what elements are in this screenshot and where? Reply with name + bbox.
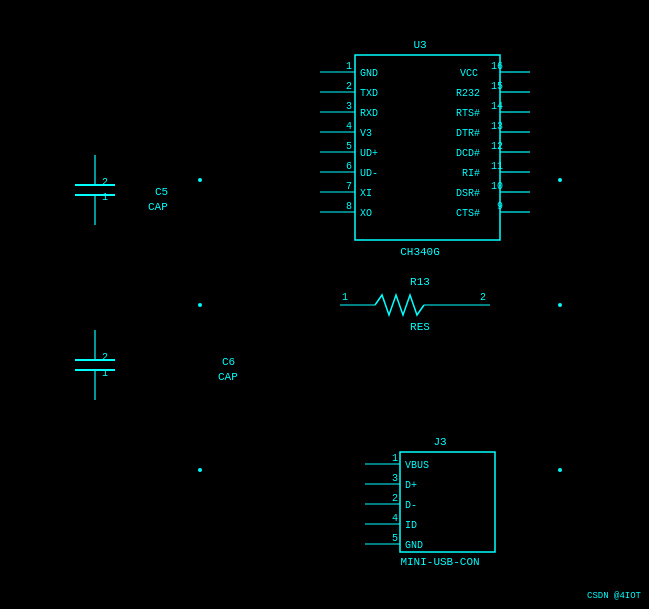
j3-pin4-label: ID bbox=[405, 520, 417, 531]
j3-pin3-num: 3 bbox=[392, 473, 398, 484]
junction-6 bbox=[558, 468, 562, 472]
u3-pin15-label: R232 bbox=[456, 88, 480, 99]
c6-label: C6 bbox=[222, 356, 235, 368]
u3-pin15-num: 15 bbox=[491, 81, 503, 92]
u3-pin6-num: 6 bbox=[346, 161, 352, 172]
u3-pin7-label: XI bbox=[360, 188, 372, 199]
c6-pin1-num: 1 bbox=[102, 368, 108, 379]
c5-label: C5 bbox=[155, 186, 168, 198]
u3-pin12-label: DCD# bbox=[456, 148, 480, 159]
svg-rect-0 bbox=[0, 0, 649, 609]
u3-pin6-label: UD- bbox=[360, 168, 378, 179]
j3-pin2-label: D- bbox=[405, 500, 417, 511]
r13-pin2-num: 2 bbox=[480, 292, 486, 303]
c5-subtype: CAP bbox=[148, 201, 168, 213]
u3-pin3-label: RXD bbox=[360, 108, 378, 119]
junction-5 bbox=[198, 468, 202, 472]
u3-pin13-label: DTR# bbox=[456, 128, 480, 139]
watermark: CSDN @4IOT bbox=[587, 591, 641, 601]
u3-pin11-label: RI# bbox=[462, 168, 480, 179]
u3-pin5-label: UD+ bbox=[360, 148, 378, 159]
r13-pin1-num: 1 bbox=[342, 292, 348, 303]
u3-label: U3 bbox=[413, 39, 426, 51]
u3-pin12-num: 12 bbox=[491, 141, 503, 152]
j3-subtype: MINI-USB-CON bbox=[400, 556, 479, 568]
c6-pin2-num: 2 bbox=[102, 352, 108, 363]
u3-pin16-num: 16 bbox=[491, 61, 503, 72]
u3-pin5-num: 5 bbox=[346, 141, 352, 152]
c6-subtype: CAP bbox=[218, 371, 238, 383]
u3-pin4-label: V3 bbox=[360, 128, 372, 139]
j3-pin1-label: VBUS bbox=[405, 460, 429, 471]
j3-pin2-num: 2 bbox=[392, 493, 398, 504]
j3-pin1-num: 1 bbox=[392, 453, 398, 464]
junction-3 bbox=[558, 178, 562, 182]
u3-pin1-num: 1 bbox=[346, 61, 352, 72]
u3-pin7-num: 7 bbox=[346, 181, 352, 192]
r13-label: R13 bbox=[410, 276, 430, 288]
u3-pin8-num: 8 bbox=[346, 201, 352, 212]
j3-pin3-label: D+ bbox=[405, 480, 417, 491]
junction-4 bbox=[558, 303, 562, 307]
u3-pin9-num: 9 bbox=[497, 201, 503, 212]
u3-pin2-label: TXD bbox=[360, 88, 378, 99]
u3-pin3-num: 3 bbox=[346, 101, 352, 112]
schematic-canvas: U3 CH340G 1 GND 2 TXD 3 RXD 4 V3 5 UD+ 6… bbox=[0, 0, 649, 609]
j3-pin5-num: 5 bbox=[392, 533, 398, 544]
j3-pin4-num: 4 bbox=[392, 513, 398, 524]
u3-pin4-num: 4 bbox=[346, 121, 352, 132]
r13-subtype: RES bbox=[410, 321, 430, 333]
u3-pin16-label: VCC bbox=[460, 68, 478, 79]
junction-2 bbox=[198, 303, 202, 307]
u3-pin14-num: 14 bbox=[491, 101, 503, 112]
u3-pin8-label: XO bbox=[360, 208, 372, 219]
u3-pin10-label: DSR# bbox=[456, 188, 480, 199]
junction-1 bbox=[198, 178, 202, 182]
u3-pin10-num: 10 bbox=[491, 181, 503, 192]
j3-pin5-label: GND bbox=[405, 540, 423, 551]
j3-label: J3 bbox=[433, 436, 446, 448]
u3-pin14-label: RTS# bbox=[456, 108, 480, 119]
u3-subtype: CH340G bbox=[400, 246, 440, 258]
u3-pin11-num: 11 bbox=[491, 161, 503, 172]
u3-pin1-label: GND bbox=[360, 68, 378, 79]
u3-pin13-num: 13 bbox=[491, 121, 503, 132]
c5-pin2-num: 2 bbox=[102, 177, 108, 188]
c5-pin1-num: 1 bbox=[102, 192, 108, 203]
u3-pin2-num: 2 bbox=[346, 81, 352, 92]
u3-pin9-label: CTS# bbox=[456, 208, 480, 219]
